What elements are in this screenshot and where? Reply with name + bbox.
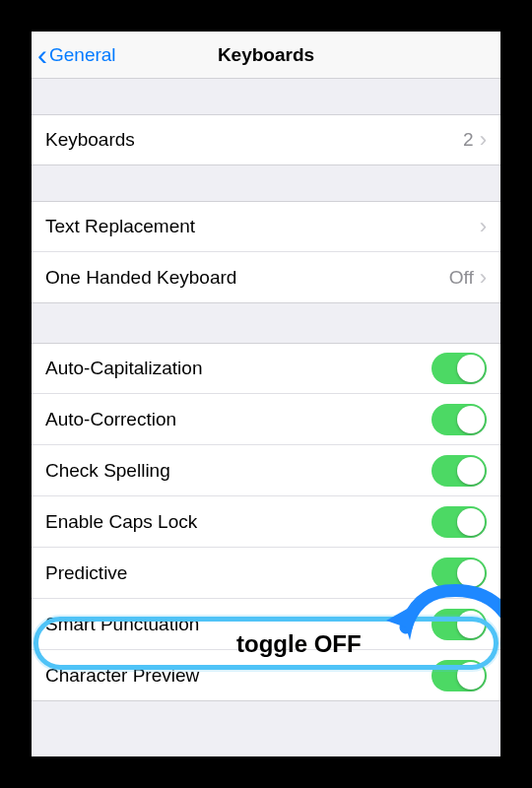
chevron-right-icon: › xyxy=(480,265,487,291)
toggle-check-spelling[interactable] xyxy=(432,455,487,487)
toggle-knob xyxy=(457,662,485,690)
toggle-knob xyxy=(457,611,485,638)
chevron-right-icon: › xyxy=(480,214,487,239)
page-title: Keyboards xyxy=(218,44,314,66)
group-keyboards: Keyboards 2 › xyxy=(32,114,500,165)
row-label: Character Preview xyxy=(45,665,199,687)
row-enable-caps-lock: Enable Caps Lock xyxy=(32,496,500,548)
chevron-left-icon: ‹ xyxy=(37,40,47,70)
chevron-right-icon: › xyxy=(480,127,487,153)
row-label: Auto-Correction xyxy=(45,409,176,430)
row-keyboards[interactable]: Keyboards 2 › xyxy=(32,114,500,165)
row-label: Auto-Capitalization xyxy=(45,358,202,379)
row-value: Off xyxy=(449,267,474,289)
row-check-spelling: Check Spelling xyxy=(32,445,500,496)
row-label: Keyboards xyxy=(45,129,135,151)
row-predictive: Predictive xyxy=(32,548,500,599)
toggle-predictive[interactable] xyxy=(432,558,487,589)
row-label: Check Spelling xyxy=(45,460,170,482)
section-gap xyxy=(32,303,500,343)
navbar: ‹ General Keyboards xyxy=(32,32,500,79)
back-button[interactable]: ‹ General xyxy=(37,40,116,70)
section-gap xyxy=(32,165,500,201)
row-label: Smart Punctuation xyxy=(45,614,199,635)
toggle-knob xyxy=(457,355,485,382)
toggle-knob xyxy=(457,559,485,587)
toggle-knob xyxy=(457,406,485,433)
settings-keyboards-screen: ‹ General Keyboards Keyboards 2 › Text R… xyxy=(32,32,500,756)
row-label: Text Replacement xyxy=(45,216,195,237)
row-label: Predictive xyxy=(45,562,127,584)
toggle-auto-correction[interactable] xyxy=(432,404,487,435)
row-auto-capitalization: Auto-Capitalization xyxy=(32,343,500,394)
toggle-auto-capitalization[interactable] xyxy=(432,353,487,384)
back-label: General xyxy=(49,44,116,66)
row-label: Enable Caps Lock xyxy=(45,511,197,533)
toggle-enable-caps-lock[interactable] xyxy=(432,506,487,538)
row-one-handed-keyboard[interactable]: One Handed Keyboard Off › xyxy=(32,252,500,303)
annotation-text: toggle OFF xyxy=(236,630,362,658)
group-text: Text Replacement › One Handed Keyboard O… xyxy=(32,201,500,303)
toggle-knob xyxy=(457,457,485,485)
section-gap xyxy=(32,79,500,114)
row-value: 2 xyxy=(463,129,474,151)
toggle-character-preview[interactable] xyxy=(432,660,487,691)
row-label: One Handed Keyboard xyxy=(45,267,236,289)
toggle-smart-punctuation[interactable] xyxy=(432,609,487,640)
toggle-knob xyxy=(457,508,485,536)
row-auto-correction: Auto-Correction xyxy=(32,394,500,445)
row-text-replacement[interactable]: Text Replacement › xyxy=(32,201,500,252)
